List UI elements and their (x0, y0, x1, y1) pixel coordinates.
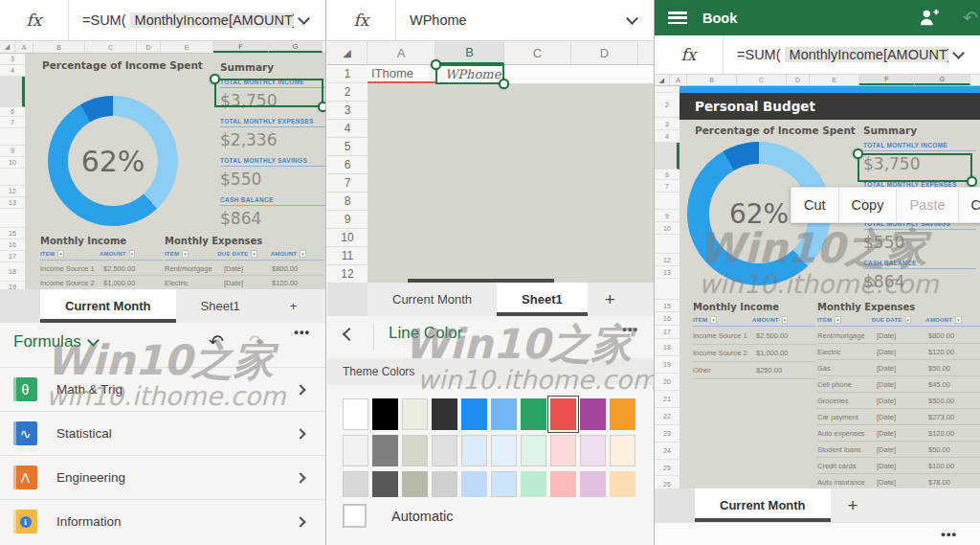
table-row[interactable]: Income Source 1$2,500.00 (693, 328, 815, 345)
table-header-filter[interactable]: ITEM (40, 250, 100, 258)
undo-icon[interactable]: ↶ (209, 330, 224, 352)
color-swatch[interactable] (372, 398, 398, 430)
table-row[interactable]: Auto expenses[Date]$120.00 (817, 425, 980, 442)
row-header[interactable]: 7 (327, 174, 368, 193)
formula-text[interactable]: WPhome (396, 12, 622, 28)
color-swatch[interactable] (610, 435, 635, 466)
formula-bar[interactable]: fx =SUM( MonthlyIncome[AMOUNT] ) (655, 35, 980, 75)
color-swatch[interactable] (432, 435, 457, 466)
table-row[interactable]: Car payment[Date]$273.00 (817, 409, 980, 425)
row-headers[interactable]: 23467910121315161718192021222324252627 (655, 86, 679, 488)
row-header[interactable]: 13 (655, 266, 679, 279)
row-header[interactable]: 17 (0, 251, 25, 262)
sheet-tab[interactable]: Current Month (40, 289, 176, 323)
row-headers[interactable]: 123456789101112 (327, 65, 368, 283)
summary-block[interactable]: CASH BALANCE $864 (220, 196, 325, 228)
table-row[interactable]: Income Source 2$1,000.00 (693, 345, 815, 362)
table-header-filter[interactable]: AMOUNT (925, 316, 980, 324)
color-swatch[interactable] (432, 398, 457, 430)
table-row[interactable]: Income Source 2$1,000.00 (40, 276, 163, 289)
column-header[interactable]: B (33, 41, 85, 53)
row-header[interactable] (655, 143, 679, 170)
row-header[interactable] (655, 193, 679, 210)
table-row[interactable]: Student loans[Date]$50.00 (817, 442, 980, 458)
column-header[interactable]: D (787, 75, 810, 85)
color-swatch[interactable] (550, 471, 576, 497)
column-header[interactable]: ◢ (0, 41, 15, 53)
column-header[interactable]: C (85, 41, 137, 53)
row-header[interactable]: 4 (0, 65, 25, 77)
color-swatch[interactable] (343, 435, 368, 466)
column-header[interactable]: C (737, 75, 787, 85)
automatic-option[interactable]: Automatic (343, 504, 453, 528)
sheet-tab[interactable]: + (831, 488, 876, 522)
sheet-tab[interactable]: + (588, 283, 633, 316)
sheet-content[interactable]: Percentage of Income Spent 62% Summary T… (25, 54, 325, 289)
row-header[interactable]: 24 (655, 443, 679, 460)
row-header[interactable] (655, 279, 679, 300)
row-header[interactable]: 22 (655, 408, 679, 425)
redo-icon[interactable]: ↷ (249, 330, 264, 352)
column-header[interactable]: B (687, 75, 737, 85)
share-person-add-icon[interactable] (919, 8, 940, 31)
formula-expand-chevron-icon[interactable] (626, 12, 638, 25)
selected-cell-outline[interactable] (214, 79, 323, 107)
back-icon[interactable] (343, 328, 356, 341)
color-swatch[interactable] (432, 471, 457, 497)
hamburger-menu-icon[interactable] (668, 11, 687, 24)
table-row[interactable]: Electric[Date]$120.00 (817, 344, 980, 360)
color-swatch[interactable] (521, 398, 546, 430)
table-header-filter[interactable]: AMOUNT (752, 316, 812, 324)
summary-value[interactable]: $550 (863, 233, 976, 252)
table-row[interactable]: Rent/mortgage[Date]$800.00 (817, 328, 980, 344)
row-header[interactable]: 10 (327, 229, 368, 247)
column-header[interactable]: D (571, 41, 638, 64)
cell-b1-selected[interactable]: WPhome (435, 64, 504, 84)
more-options-icon[interactable]: ••• (294, 325, 310, 339)
formula-argument-chip[interactable]: MonthlyIncome[AMOUNT] (130, 12, 294, 28)
selection-handle-icon[interactable] (318, 102, 325, 112)
table-row[interactable]: Credit cards[Date]$100.00 (817, 458, 980, 474)
formula-text[interactable]: =SUM( MonthlyIncome[AMOUNT] ) (69, 12, 294, 28)
row-header[interactable]: 12 (327, 265, 368, 283)
row-header[interactable]: 17 (655, 326, 679, 339)
selection-handle-icon[interactable] (967, 176, 977, 187)
table-row[interactable]: Rent/mortgage[Date]$800.00 (165, 261, 323, 276)
formula-text[interactable]: =SUM( MonthlyIncome[AMOUNT] ) (724, 47, 948, 62)
row-header[interactable]: 9 (655, 210, 679, 222)
context-menu-button[interactable]: Clear (959, 188, 980, 222)
row-header[interactable]: 10 (655, 222, 679, 235)
formula-expand-chevron-icon[interactable] (298, 12, 310, 25)
row-header[interactable]: 19 (655, 356, 679, 374)
color-swatch[interactable] (402, 398, 428, 430)
table-row[interactable]: Cell phone[Date]$45.00 (817, 376, 980, 393)
column-header[interactable]: E (161, 41, 213, 53)
row-header[interactable]: 12 (655, 254, 679, 266)
column-headers[interactable]: ◢ABCD (327, 41, 654, 65)
row-header[interactable]: 25 (655, 460, 679, 476)
column-headers[interactable]: ◢ABCDEFG (0, 41, 325, 54)
column-header[interactable]: A (368, 41, 435, 64)
row-header[interactable]: 15 (0, 228, 25, 239)
sheet-tab[interactable]: Sheet1 (497, 283, 588, 316)
color-swatch[interactable] (580, 471, 606, 497)
selected-cell-outline[interactable] (858, 153, 972, 182)
row-header[interactable]: 18 (0, 262, 25, 282)
table-row[interactable]: Auto insurance[Date]$78.00 (817, 474, 980, 488)
summary-value[interactable]: $2,336 (220, 130, 325, 149)
formula-bar[interactable]: fx =SUM( MonthlyIncome[AMOUNT] ) (0, 0, 325, 41)
summary-block[interactable]: TOTAL MONTHLY SAVINGS $550 (220, 157, 325, 189)
table-header-filter[interactable]: DUE DATE (217, 250, 270, 258)
formula-bar[interactable]: fx WPhome (327, 0, 654, 41)
row-header[interactable]: 18 (655, 339, 679, 356)
row-header[interactable]: 20 (655, 374, 679, 391)
table-row[interactable]: Groceries[Date]$500.00 (817, 393, 980, 409)
sheet-grid[interactable]: 123456789101112 IThome WPhome (327, 65, 654, 283)
color-swatch[interactable] (402, 435, 428, 466)
undo-icon[interactable]: ↶ (963, 7, 978, 29)
formula-category-item[interactable]: i Information (0, 499, 325, 543)
color-swatch[interactable] (610, 471, 635, 497)
summary-block[interactable]: TOTAL MONTHLY SAVINGS $550 (863, 220, 976, 252)
formulas-category-dropdown[interactable]: Formulas (13, 332, 98, 352)
summary-block[interactable]: TOTAL MONTHLY EXPENSES $2,336 (220, 118, 325, 149)
